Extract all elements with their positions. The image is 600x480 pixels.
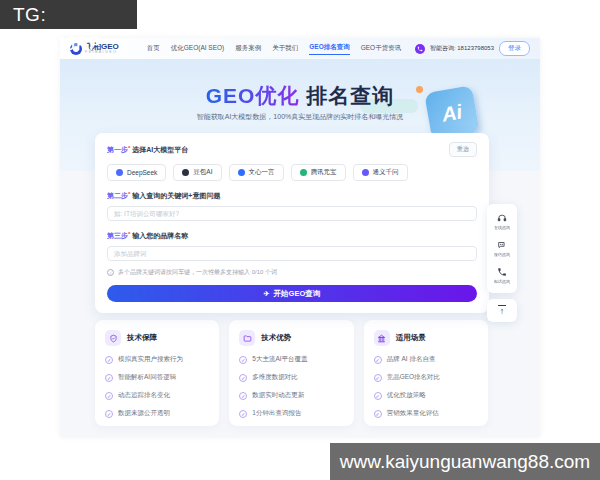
list-item: ✓动态追踪排名变化 xyxy=(105,391,209,400)
consult-phone-label: 智能咨询: 18123798053 xyxy=(430,44,494,53)
check-icon: ✓ xyxy=(374,392,382,400)
list-item: ✓多维度数据对比 xyxy=(239,373,343,382)
list-item: ✓模拟真实用户搜索行为 xyxy=(105,355,209,364)
list-item: ✓5大主流AI平台覆盖 xyxy=(239,355,343,364)
tg-contact-banner: TG: MYYJJPP xyxy=(0,0,137,29)
check-icon: ✓ xyxy=(239,374,247,382)
check-icon: ✓ xyxy=(239,392,247,400)
send-icon: ✈ xyxy=(264,290,270,298)
keyword-input[interactable] xyxy=(107,206,477,221)
list-item: ✓竞品GEO排名对比 xyxy=(374,373,478,382)
shield-icon xyxy=(105,330,121,346)
phone-consult-button[interactable]: 电话咨询 xyxy=(487,262,517,289)
check-icon: ✓ xyxy=(105,410,113,418)
nav-menu: 首页 优化GEO(AI SEO) 服务案例 关于我们 GEO排名查询 GEO干货… xyxy=(147,43,401,55)
query-panel: 第一步* 选择AI大模型平台 重选 DeepSeek 豆包AI 文心一言 腾讯元… xyxy=(95,133,489,313)
nav-item-home[interactable]: 首页 xyxy=(147,44,160,53)
floating-contact-sidebar: 在线咨询 微信咨询 电话咨询 xyxy=(487,204,517,293)
check-icon: ✓ xyxy=(239,410,247,418)
top-navbar: 飞柏GEO FEIBAIGEO 首页 优化GEO(AI SEO) 服务案例 关于… xyxy=(60,38,540,59)
feature-cards: 技术保障 ✓模拟真实用户搜索行为 ✓智能解析AI回答逻辑 ✓动态追踪排名变化 ✓… xyxy=(95,320,488,426)
list-item: ✓营销效果量化评估 xyxy=(374,409,478,418)
list-item: ✓1分钟出查询报告 xyxy=(239,409,343,418)
model-chip-yuanbao[interactable]: 腾讯元宝 xyxy=(291,164,346,181)
phone-icon xyxy=(415,44,425,54)
check-icon: ✓ xyxy=(374,356,382,364)
login-button[interactable]: 登录 xyxy=(499,41,530,56)
check-icon: ✓ xyxy=(374,374,382,382)
back-to-top-button[interactable]: ↑ xyxy=(487,299,517,322)
nav-item-cases[interactable]: 服务案例 xyxy=(235,44,261,53)
model-chip-tongyi[interactable]: 通义千问 xyxy=(353,164,408,181)
card-tech-guarantee: 技术保障 ✓模拟真实用户搜索行为 ✓智能解析AI回答逻辑 ✓动态追踪排名变化 ✓… xyxy=(95,320,219,426)
nav-item-geo-seo[interactable]: 优化GEO(AI SEO) xyxy=(171,44,224,53)
wechat-icon xyxy=(497,240,507,250)
phone-icon xyxy=(497,267,507,277)
step3-label: 第三步* 输入您的品牌名称 xyxy=(107,231,477,241)
hero-decoration-dot xyxy=(416,86,423,93)
step2-label: 第二步* 输入查询的关键词+意图问题 xyxy=(107,191,477,201)
folder-icon xyxy=(239,330,255,346)
model-chip-list: DeepSeek 豆包AI 文心一言 腾讯元宝 通义千问 xyxy=(107,164,477,181)
model-chip-wenxin[interactable]: 文心一言 xyxy=(229,164,284,181)
doubao-icon xyxy=(182,169,189,176)
up-arrow-icon: ↑ xyxy=(500,307,505,316)
reselect-button[interactable]: 重选 xyxy=(449,142,477,157)
deepseek-icon xyxy=(116,169,123,176)
nav-item-geo-news[interactable]: GEO干货资讯 xyxy=(361,44,401,53)
list-item: ✓品牌 AI 排名自查 xyxy=(374,355,478,364)
model-chip-deepseek[interactable]: DeepSeek xyxy=(107,164,166,181)
check-icon: ✓ xyxy=(105,374,113,382)
info-icon: i xyxy=(107,269,114,276)
website-window: 飞柏GEO FEIBAIGEO 首页 优化GEO(AI SEO) 服务案例 关于… xyxy=(60,38,540,437)
list-item: ✓优化投放策略 xyxy=(374,391,478,400)
card-tech-advantage: 技术优势 ✓5大主流AI平台覆盖 ✓多维度数据对比 ✓数据实时动态更新 ✓1分钟… xyxy=(229,320,353,426)
nav-item-about[interactable]: 关于我们 xyxy=(272,44,298,53)
model-chip-doubao[interactable]: 豆包AI xyxy=(173,164,221,181)
list-item: ✓数据来源公开透明 xyxy=(105,409,209,418)
brand-hint: i 多个品牌关键词请按回车键，一次性最多支持输入 0/10 个词 xyxy=(107,268,477,277)
check-icon: ✓ xyxy=(105,392,113,400)
step1-label: 第一步* 选择AI大模型平台 xyxy=(107,145,188,155)
list-item: ✓数据实时动态更新 xyxy=(239,391,343,400)
card-use-cases: 适用场景 ✓品牌 AI 排名自查 ✓竞品GEO排名对比 ✓优化投放策略 ✓营销效… xyxy=(364,320,488,426)
building-icon xyxy=(374,330,390,346)
start-geo-query-button[interactable]: ✈ 开始GEO查询 xyxy=(107,285,477,302)
wenxin-icon xyxy=(238,169,245,176)
yuanbao-icon xyxy=(300,169,307,176)
tongyi-icon xyxy=(362,169,369,176)
list-item: ✓智能解析AI回答逻辑 xyxy=(105,373,209,382)
nav-item-geo-rank-query[interactable]: GEO排名查询 xyxy=(309,43,349,55)
check-icon: ✓ xyxy=(374,410,382,418)
headset-icon xyxy=(497,213,507,223)
wechat-consult-button[interactable]: 微信咨询 xyxy=(487,235,517,262)
check-icon: ✓ xyxy=(239,356,247,364)
online-consult-button[interactable]: 在线咨询 xyxy=(487,208,517,235)
url-watermark-banner: www.kaiyunguanwang88.com xyxy=(330,443,600,480)
brand-input[interactable] xyxy=(107,246,477,261)
check-icon: ✓ xyxy=(105,356,113,364)
